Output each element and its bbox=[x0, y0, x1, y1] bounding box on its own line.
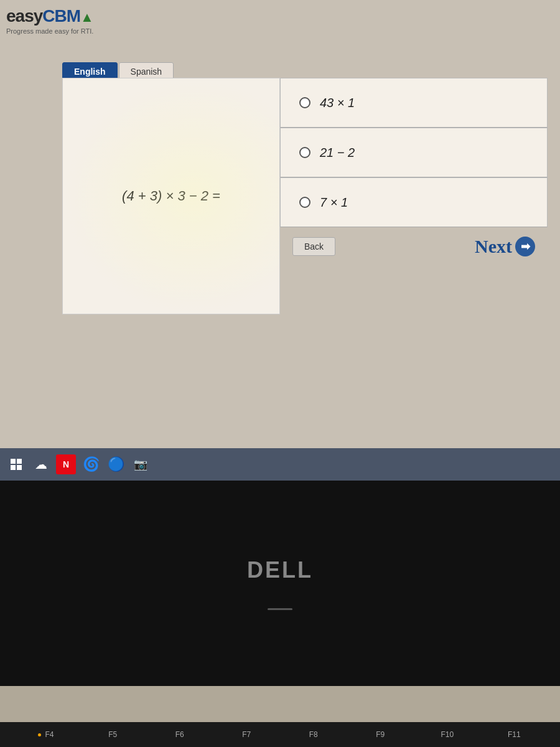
fkey-f11-label: F11 bbox=[508, 730, 521, 739]
radio-a[interactable] bbox=[299, 97, 310, 108]
answers-panel: 43 × 1 21 − 2 7 × 1 Back Next ➡ bbox=[280, 78, 548, 314]
next-label: Next bbox=[475, 236, 512, 257]
fkey-f9-label: F9 bbox=[376, 730, 385, 739]
edge-icon[interactable]: 🌀 bbox=[81, 454, 101, 474]
cloud-icon[interactable]: ☁ bbox=[31, 454, 51, 474]
fkey-f10-label: F10 bbox=[441, 730, 454, 739]
answer-text-c: 7 × 1 bbox=[320, 195, 348, 210]
svg-rect-1 bbox=[17, 459, 22, 464]
fkey-f5-label: F5 bbox=[108, 730, 117, 739]
power-indicator bbox=[268, 608, 292, 610]
dell-brand-logo: DELL bbox=[247, 557, 313, 583]
quiz-container: (4 + 3) × 3 − 2 = 43 × 1 21 − 2 7 × 1 Ba… bbox=[62, 78, 548, 314]
taskbar: ☁ N 🌀 🔵 📷 bbox=[0, 448, 560, 481]
laptop-bezel: DELL bbox=[0, 481, 560, 686]
answer-option-b[interactable]: 21 − 2 bbox=[280, 128, 548, 177]
logo-mountain-icon: ▲ bbox=[80, 9, 94, 26]
fkey-f8[interactable]: F8 bbox=[280, 730, 347, 739]
answer-text-a: 43 × 1 bbox=[320, 96, 355, 110]
answer-text-b: 21 − 2 bbox=[320, 146, 355, 160]
fkey-dot-f4 bbox=[38, 733, 41, 736]
grid-icon[interactable] bbox=[6, 454, 26, 474]
answer-option-c[interactable]: 7 × 1 bbox=[280, 177, 548, 227]
fkey-f6-label: F6 bbox=[175, 730, 184, 739]
fkey-f7[interactable]: F7 bbox=[213, 730, 281, 739]
svg-rect-3 bbox=[17, 465, 22, 470]
fkey-f11[interactable]: F11 bbox=[481, 730, 548, 739]
logo-text: easyCBM bbox=[6, 6, 80, 26]
radio-b[interactable] bbox=[299, 147, 310, 158]
radio-c[interactable] bbox=[299, 197, 310, 208]
fkey-f9[interactable]: F9 bbox=[347, 730, 414, 739]
question-panel: (4 + 3) × 3 − 2 = bbox=[62, 78, 280, 314]
fkey-f8-label: F8 bbox=[309, 730, 318, 739]
fkey-f6[interactable]: F6 bbox=[146, 730, 213, 739]
chrome-icon[interactable]: 🔵 bbox=[106, 454, 126, 474]
question-text: (4 + 3) × 3 − 2 = bbox=[122, 188, 220, 204]
svg-rect-0 bbox=[11, 459, 16, 464]
logo-subtitle: Progress made easy for RTI. bbox=[6, 27, 94, 35]
fkey-f10[interactable]: F10 bbox=[414, 730, 481, 739]
fkey-f7-label: F7 bbox=[242, 730, 251, 739]
back-button[interactable]: Back bbox=[292, 237, 335, 256]
fkey-f4-label: F4 bbox=[45, 730, 54, 739]
fkey-f5[interactable]: F5 bbox=[80, 730, 147, 739]
svg-rect-2 bbox=[11, 465, 16, 470]
next-button[interactable]: Next ➡ bbox=[475, 236, 535, 257]
answer-option-a[interactable]: 43 × 1 bbox=[280, 78, 548, 128]
n-icon[interactable]: N bbox=[56, 454, 76, 474]
camera-icon[interactable]: 📷 bbox=[131, 454, 151, 474]
next-arrow-icon[interactable]: ➡ bbox=[515, 237, 535, 256]
function-keys-bar: F4 F5 F6 F7 F8 F9 F10 F11 bbox=[0, 722, 560, 747]
logo-area: easyCBM ▲ Progress made easy for RTI. bbox=[6, 6, 94, 35]
fkey-f4[interactable]: F4 bbox=[12, 730, 80, 739]
